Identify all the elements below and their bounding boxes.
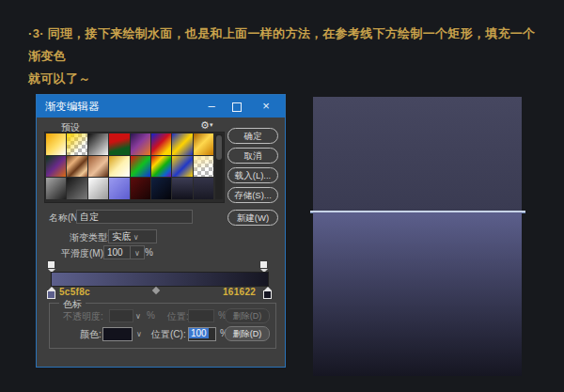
maximize-icon[interactable] (232, 102, 242, 112)
gradient-preset-swatch[interactable] (88, 156, 108, 178)
gradient-preset-swatch[interactable] (46, 133, 66, 155)
gradient-preset-swatch[interactable] (67, 133, 86, 155)
preset-panel (44, 132, 225, 203)
smoothness-label: 平滑度(M): (61, 247, 106, 260)
chevron-down-icon: ∨ (133, 233, 139, 242)
opacity-label: 不透明度: (63, 310, 103, 323)
load-button[interactable]: 载入(L)... (227, 167, 278, 183)
smoothness-dropdown[interactable]: ∨ (130, 245, 145, 259)
opacity-position-label: 位置: (167, 310, 189, 323)
gradient-preset-swatch[interactable] (46, 156, 66, 178)
gradient-type-label: 渐变类型: (70, 231, 110, 244)
opacity-stop-square (47, 260, 55, 269)
save-button[interactable]: 存储(S)... (227, 187, 278, 203)
chevron-down-icon: ∨ (135, 312, 141, 321)
gradient-preset-swatch[interactable] (131, 178, 150, 199)
gradient-type-value: 实底 (112, 231, 131, 242)
color-stop-square (47, 290, 55, 299)
gradient-preview-bar[interactable] (51, 272, 269, 287)
gradient-preset-swatch[interactable] (67, 156, 86, 178)
gradient-preset-swatch[interactable] (194, 178, 213, 199)
color-stop-left[interactable] (47, 287, 55, 299)
preset-scrollbar[interactable] (215, 133, 223, 199)
gradient-preset-swatch[interactable] (172, 178, 192, 199)
gradient-type-dropdown[interactable]: 实底 ∨ (108, 229, 157, 243)
opacity-stop-square (259, 260, 268, 269)
color-stop-right[interactable] (263, 287, 272, 299)
ok-button[interactable]: 确定 (227, 128, 278, 144)
smoothness-input[interactable]: 100 (103, 245, 132, 259)
gradient-preset-swatch[interactable] (46, 178, 66, 199)
screenshot-root: ·3· 同理，接下来绘制水面，也是和上面一样的方法，在参考线下方绘制一个矩形，填… (0, 0, 564, 392)
gradient-preset-swatch[interactable] (151, 156, 171, 178)
end-color-hex-annotation: 161622 (223, 287, 256, 297)
chevron-down-icon: ∨ (134, 249, 140, 258)
gradient-preset-swatch[interactable] (194, 156, 213, 178)
gear-glyph: ⚙ (200, 119, 210, 131)
gear-icon[interactable]: ⚙▾ (200, 119, 212, 132)
color-stop-square (263, 290, 272, 299)
gradient-preset-swatch[interactable] (67, 178, 86, 199)
smoothness-unit: % (145, 247, 153, 258)
opacity-position-input (188, 309, 214, 322)
start-color-hex-annotation: 5c5f8c (59, 287, 90, 297)
dialog-titlebar[interactable]: 渐变编辑器 – × (37, 95, 285, 118)
gradient-preset-swatch[interactable] (131, 156, 150, 178)
position-label: 位置(C): (151, 328, 186, 341)
gradient-editor-dialog: 渐变编辑器 – × 预设 ⚙▾ 确定 取消 载入(L)... 存储(S)... … (36, 94, 286, 368)
delete-color-stop-button[interactable]: 删除(D) (225, 326, 270, 341)
gear-caret-icon: ▾ (210, 121, 213, 128)
gradient-preset-swatch[interactable] (151, 178, 171, 199)
gradient-preset-swatch[interactable] (172, 156, 192, 178)
new-button[interactable]: 新建(W) (227, 210, 278, 226)
position-input[interactable]: 100 (188, 327, 216, 341)
canvas-water-rectangle (313, 212, 522, 376)
gradient-preset-swatch[interactable] (109, 178, 129, 199)
tutorial-line-1: ·3· 同理，接下来绘制水面，也是和上面一样的方法，在参考线下方绘制一个矩形，填… (28, 23, 543, 68)
tutorial-text: ·3· 同理，接下来绘制水面，也是和上面一样的方法，在参考线下方绘制一个矩形，填… (28, 23, 543, 90)
dialog-title: 渐变编辑器 (45, 95, 100, 118)
color-swatch[interactable] (102, 327, 133, 341)
stops-legend: 色标 (59, 298, 86, 311)
gradient-preset-swatch[interactable] (131, 133, 150, 155)
gradient-preset-swatch[interactable] (109, 156, 129, 178)
position-value-selected: 100 (189, 328, 209, 338)
delete-opacity-stop-button: 删除(D) (225, 308, 270, 323)
minimize-icon[interactable]: – (204, 95, 219, 118)
canvas-sky-rectangle (313, 97, 522, 211)
name-input[interactable]: 自定 (76, 210, 193, 224)
tutorial-line-2: 就可以了～ (28, 68, 543, 90)
opacity-unit: % (147, 310, 155, 321)
cancel-button[interactable]: 取消 (227, 148, 278, 164)
gradient-preset-swatch[interactable] (172, 133, 192, 155)
close-icon[interactable]: × (258, 95, 274, 118)
preset-scrollbar-thumb[interactable] (216, 135, 222, 160)
gradient-midpoint-diamond[interactable] (152, 287, 160, 294)
stops-groupbox: 色标 不透明度: ∨ % 位置: % 删除(D) 颜色: ∨ 位置(C): 10… (49, 303, 276, 349)
gradient-preset-swatch[interactable] (109, 133, 129, 155)
gradient-preset-swatch[interactable] (194, 133, 213, 155)
opacity-input (109, 309, 133, 322)
color-label: 颜色: (80, 328, 102, 341)
chevron-down-icon[interactable]: ∨ (136, 330, 142, 338)
preset-swatch-grid (46, 133, 213, 199)
gradient-preset-swatch[interactable] (88, 178, 108, 199)
gradient-preset-swatch[interactable] (151, 133, 171, 155)
gradient-preset-swatch[interactable] (88, 133, 108, 155)
